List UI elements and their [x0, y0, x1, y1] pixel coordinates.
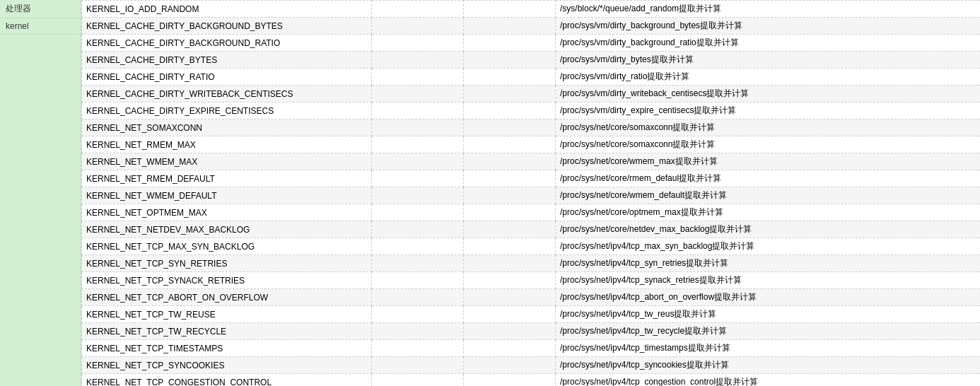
param-path: /proc/sys/net/core/rmem_defaul提取并计算 — [556, 170, 981, 187]
table-row: KERNEL_NET_TCP_MAX_SYN_BACKLOG/proc/sys/… — [82, 238, 981, 255]
table-row: KERNEL_NET_NETDEV_MAX_BACKLOG/proc/sys/n… — [82, 221, 981, 238]
param-path: /proc/sys/net/ipv4/tcp_tw_reus提取并计算 — [556, 306, 981, 323]
col2-cell — [372, 153, 464, 170]
param-name: KERNEL_CACHE_DIRTY_EXPIRE_CENTISECS — [82, 103, 372, 119]
table-row: KERNEL_NET_WMEM_MAX/proc/sys/net/core/wm… — [82, 153, 981, 170]
col2-cell — [372, 340, 464, 357]
param-name: KERNEL_NET_WMEM_MAX — [82, 153, 372, 170]
col2-cell — [372, 86, 464, 103]
param-path: /proc/sys/net/core/optmem_max提取并计算 — [556, 204, 981, 221]
table-row: KERNEL_NET_SOMAXCONN/proc/sys/net/core/s… — [82, 119, 981, 136]
param-path: /proc/sys/net/ipv4/tcp_syn_retries提取并计算 — [556, 255, 981, 272]
sidebar: 处理器 kernel — [0, 0, 81, 386]
col3-cell — [464, 306, 556, 323]
col2-cell — [372, 374, 464, 387]
col3-cell — [464, 323, 556, 340]
param-name: KERNEL_NET_TCP_SYNACK_RETRIES — [82, 272, 372, 289]
param-name: KERNEL_NET_NETDEV_MAX_BACKLOG — [82, 221, 372, 238]
table-row: KERNEL_NET_WMEM_DEFAULT/proc/sys/net/cor… — [82, 187, 981, 204]
col3-cell — [464, 119, 556, 136]
param-name: KERNEL_CACHE_DIRTY_BYTES — [82, 52, 372, 69]
table-row: KERNEL_NET_TCP_CONGESTION_CONTROL/proc/s… — [82, 374, 981, 387]
param-name: KERNEL_CACHE_DIRTY_BACKGROUND_RATIO — [82, 35, 372, 52]
kernel-label: kernel — [6, 21, 29, 31]
param-name: KERNEL_NET_OPTMEM_MAX — [82, 204, 372, 221]
param-path: /sys/block/*/queue/add_random提取并计算 — [556, 1, 981, 18]
col2-cell — [372, 35, 464, 52]
col3-cell — [464, 238, 556, 255]
col3-cell — [464, 52, 556, 69]
param-path: /proc/sys/net/core/somaxconn提取并计算 — [556, 136, 981, 153]
param-path: /proc/sys/net/ipv4/tcp_max_syn_backlog提取… — [556, 238, 981, 255]
col3-cell — [464, 1, 556, 18]
col3-cell — [464, 103, 556, 119]
sidebar-item-kernel[interactable]: kernel — [0, 18, 81, 35]
param-path: /proc/sys/vm/dirty_background_bytes提取并计算 — [556, 18, 981, 35]
param-path: /proc/sys/net/ipv4/tcp_synack_retries提取并… — [556, 272, 981, 289]
table-row: KERNEL_CACHE_DIRTY_BACKGROUND_BYTES/proc… — [82, 18, 981, 35]
table-area: KERNEL_IO_ADD_RANDOM/sys/block/*/queue/a… — [81, 0, 980, 386]
table-row: KERNEL_NET_OPTMEM_MAX/proc/sys/net/core/… — [82, 204, 981, 221]
processor-label: 处理器 — [6, 3, 31, 15]
col3-cell — [464, 86, 556, 103]
param-path: /proc/sys/net/core/wmem_default提取并计算 — [556, 187, 981, 204]
col3-cell — [464, 204, 556, 221]
col3-cell — [464, 289, 556, 306]
param-path: /proc/sys/vm/dirty_background_ratio提取并计算 — [556, 35, 981, 52]
col2-cell — [372, 187, 464, 204]
param-name: KERNEL_NET_TCP_MAX_SYN_BACKLOG — [82, 238, 372, 255]
param-path: /proc/sys/net/ipv4/tcp_syncookies提取并计算 — [556, 357, 981, 374]
col2-cell — [372, 136, 464, 153]
param-name: KERNEL_NET_TCP_TW_REUSE — [82, 306, 372, 323]
param-name: KERNEL_NET_TCP_CONGESTION_CONTROL — [82, 374, 372, 387]
param-path: /proc/sys/vm/dirty_expire_centisecs提取并计算 — [556, 103, 981, 119]
kernel-params-table: KERNEL_IO_ADD_RANDOM/sys/block/*/queue/a… — [81, 0, 980, 386]
param-path: /proc/sys/net/ipv4/tcp_timestamps提取并计算 — [556, 340, 981, 357]
col3-cell — [464, 170, 556, 187]
col3-cell — [464, 340, 556, 357]
sidebar-item-processor[interactable]: 处理器 — [0, 0, 81, 18]
col2-cell — [372, 18, 464, 35]
col2-cell — [372, 357, 464, 374]
col2-cell — [372, 289, 464, 306]
col3-cell — [464, 221, 556, 238]
col3-cell — [464, 187, 556, 204]
param-name: KERNEL_NET_SOMAXCONN — [82, 119, 372, 136]
table-row: KERNEL_CACHE_DIRTY_BACKGROUND_RATIO/proc… — [82, 35, 981, 52]
table-row: KERNEL_NET_RMEM_MAX/proc/sys/net/core/so… — [82, 136, 981, 153]
param-name: KERNEL_IO_ADD_RANDOM — [82, 1, 372, 18]
col2-cell — [372, 52, 464, 69]
table-row: KERNEL_NET_TCP_TIMESTAMPS/proc/sys/net/i… — [82, 340, 981, 357]
col3-cell — [464, 136, 556, 153]
col2-cell — [372, 238, 464, 255]
col2-cell — [372, 306, 464, 323]
col3-cell — [464, 18, 556, 35]
param-path: /proc/sys/vm/dirty_ratio提取并计算 — [556, 69, 981, 86]
col3-cell — [464, 69, 556, 86]
col3-cell — [464, 35, 556, 52]
col3-cell — [464, 272, 556, 289]
param-path: /proc/sys/net/core/somaxconn提取并计算 — [556, 119, 981, 136]
col2-cell — [372, 272, 464, 289]
param-path: /proc/sys/net/core/netdev_max_backlog提取并… — [556, 221, 981, 238]
col2-cell — [372, 1, 464, 18]
table-row: KERNEL_CACHE_DIRTY_BYTES/proc/sys/vm/dir… — [82, 52, 981, 69]
col2-cell — [372, 170, 464, 187]
param-name: KERNEL_NET_TCP_SYN_RETRIES — [82, 255, 372, 272]
param-name: KERNEL_NET_RMEM_DEFAULT — [82, 170, 372, 187]
col2-cell — [372, 204, 464, 221]
col2-cell — [372, 323, 464, 340]
table-row: KERNEL_CACHE_DIRTY_RATIO/proc/sys/vm/dir… — [82, 69, 981, 86]
param-path: /proc/sys/vm/dirty_writeback_centisecs提取… — [556, 86, 981, 103]
col2-cell — [372, 69, 464, 86]
table-row: KERNEL_NET_TCP_SYN_RETRIES/proc/sys/net/… — [82, 255, 981, 272]
table-row: KERNEL_NET_TCP_ABORT_ON_OVERFLOW/proc/sy… — [82, 289, 981, 306]
param-name: KERNEL_NET_TCP_SYNCOOKIES — [82, 357, 372, 374]
table-row: KERNEL_IO_ADD_RANDOM/sys/block/*/queue/a… — [82, 1, 981, 18]
table-row: KERNEL_NET_TCP_TW_REUSE/proc/sys/net/ipv… — [82, 306, 981, 323]
param-path: /proc/sys/net/ipv4/tcp_abort_on_overflow… — [556, 289, 981, 306]
table-row: KERNEL_CACHE_DIRTY_WRITEBACK_CENTISECS/p… — [82, 86, 981, 103]
col2-cell — [372, 119, 464, 136]
col3-cell — [464, 357, 556, 374]
param-name: KERNEL_NET_WMEM_DEFAULT — [82, 187, 372, 204]
